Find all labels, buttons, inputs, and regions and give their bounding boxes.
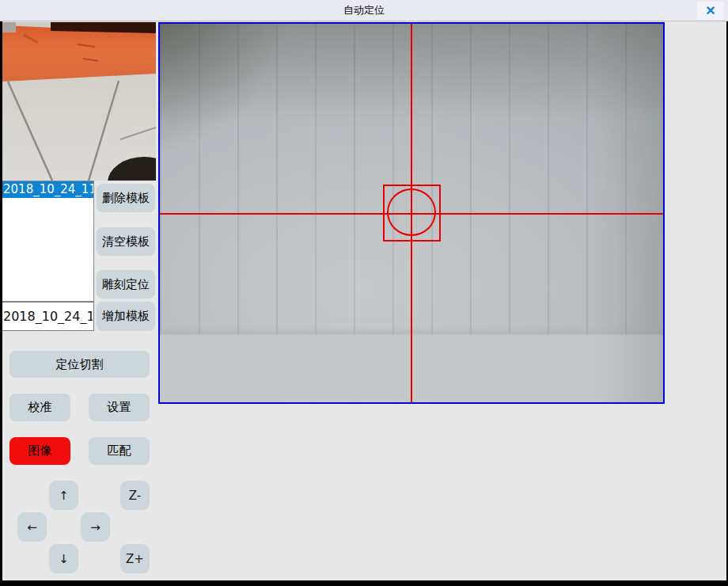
template-preview-image [2,22,156,181]
add-template-button[interactable]: 增加模板 [97,302,155,331]
target-circle-overlay [387,188,436,236]
window-border-bottom [0,580,728,586]
jog-right-button[interactable]: → [81,512,110,542]
jog-z-minus-button[interactable]: Z- [120,481,150,510]
position-cut-button[interactable]: 定位切割 [9,351,150,378]
settings-button[interactable]: 设置 [89,394,150,421]
template-preview-scene [2,22,156,181]
template-name-input[interactable] [2,302,94,331]
template-list[interactable]: 2018_10_24_11 [2,181,94,302]
window-border-left [0,21,2,586]
close-icon[interactable]: ✕ [697,2,724,20]
clear-templates-button[interactable]: 清空模板 [97,227,155,256]
camera-view[interactable] [158,22,665,404]
titlebar: 自动定位 ✕ [0,0,728,21]
jog-left-button[interactable]: ← [17,512,47,542]
template-list-item[interactable]: 2018_10_24_11 [2,181,93,198]
jog-down-button[interactable]: ↓ [49,544,78,573]
image-button[interactable]: 图像 [9,437,70,465]
auto-position-dialog: 自动定位 ✕ [0,0,728,586]
match-button[interactable]: 匹配 [89,437,150,465]
dialog-title: 自动定位 [343,3,385,17]
delete-template-button[interactable]: 删除模板 [97,184,155,212]
calibrate-button[interactable]: 校准 [9,394,70,421]
jog-z-plus-button[interactable]: Z+ [120,544,150,573]
jog-up-button[interactable]: ↑ [49,481,78,510]
engrave-position-button[interactable]: 雕刻定位 [97,270,155,299]
